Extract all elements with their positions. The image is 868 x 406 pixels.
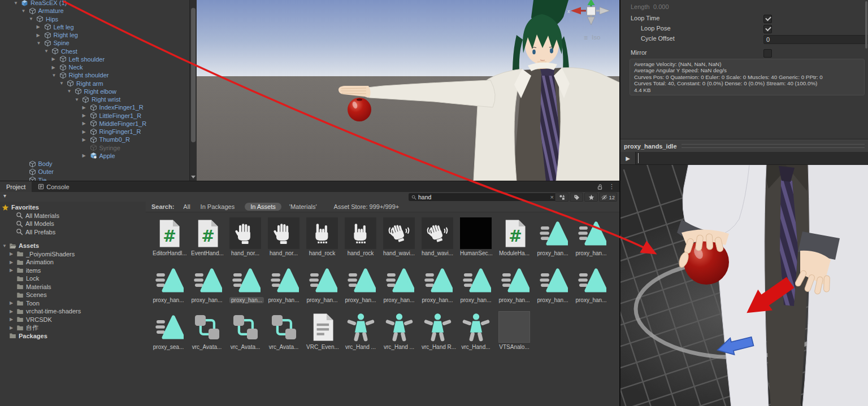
asset-tile[interactable]: hand_wavi... <box>383 217 415 257</box>
mirror-checkbox[interactable] <box>763 49 772 58</box>
hierarchy-item[interactable]: Syringe <box>0 144 197 152</box>
favorites-item[interactable]: All Models <box>0 220 146 228</box>
expand-arrow-icon[interactable] <box>83 105 90 110</box>
asset-tile[interactable]: proxy_han... <box>422 264 453 304</box>
folder-item[interactable]: items <box>0 267 146 275</box>
hierarchy-item[interactable]: Left leg <box>0 23 197 31</box>
expand-arrow-icon[interactable] <box>21 8 29 14</box>
asset-tile[interactable]: vrc_Avata... <box>229 311 261 351</box>
expand-arrow-icon[interactable] <box>75 97 82 102</box>
hierarchy-item[interactable]: Thumb0_R <box>0 136 197 143</box>
expand-arrow-icon[interactable] <box>10 300 16 305</box>
asset-tile[interactable]: proxy_han... <box>153 264 184 304</box>
favorites-root[interactable]: Favorites <box>0 203 146 212</box>
hierarchy-item[interactable]: Body <box>0 160 197 168</box>
expand-arrow-icon[interactable] <box>37 41 44 46</box>
asset-tile[interactable]: vrc_Hand ... <box>345 311 376 351</box>
play-button[interactable]: ▶ <box>620 152 636 164</box>
asset-tile[interactable]: hand_nor... <box>268 217 300 257</box>
asset-tile[interactable]: proxy_han... <box>575 264 607 304</box>
scope-materials[interactable]: 'Materials' <box>289 203 317 210</box>
asset-tile[interactable]: proxy_han... <box>537 217 568 257</box>
hierarchy-item[interactable]: Right shoulder <box>0 71 197 79</box>
scroll-down-arrow-icon[interactable] <box>191 176 196 178</box>
scene-view[interactable]: x ≡ Iso <box>197 0 619 181</box>
save-search-button[interactable] <box>584 193 598 202</box>
expand-arrow-icon[interactable] <box>14 1 21 6</box>
asset-tile[interactable]: proxy_han... <box>268 264 300 304</box>
iso-label[interactable]: Iso <box>592 34 600 41</box>
tab-project[interactable]: Project <box>0 181 32 192</box>
expand-arrow-icon[interactable] <box>59 81 67 86</box>
search-by-type-button[interactable] <box>555 193 568 202</box>
asset-tile[interactable]: hand_wavi... <box>422 217 453 257</box>
expand-arrow-icon[interactable] <box>29 16 36 21</box>
hierarchy-item[interactable]: RingFinger1_R <box>0 128 197 136</box>
asset-tile[interactable]: ModuleHa... <box>498 217 530 257</box>
scene-canvas[interactable]: x ≡ Iso <box>197 0 619 181</box>
folder-item[interactable]: 自作 <box>0 324 146 332</box>
asset-tile[interactable]: vrc_Hand... <box>460 311 492 351</box>
expand-arrow-icon[interactable] <box>83 121 90 126</box>
asset-tile[interactable]: proxy_han... <box>537 264 568 304</box>
preview-canvas[interactable] <box>620 165 868 406</box>
expand-arrow-icon[interactable] <box>83 137 90 142</box>
hierarchy-scrollbar[interactable] <box>189 0 197 181</box>
loop-pose-checkbox[interactable] <box>763 25 772 33</box>
asset-tile[interactable]: proxy_han... <box>575 217 607 257</box>
iso-menu-icon[interactable]: ≡ <box>584 34 588 42</box>
asset-tile[interactable]: proxy_han... <box>460 264 492 304</box>
hierarchy-item[interactable]: Apple <box>0 152 197 160</box>
scope-in-packages[interactable]: In Packages <box>201 203 235 210</box>
asset-tile[interactable]: VRC_Even... <box>306 311 338 351</box>
folder-item[interactable]: Scenes <box>0 291 146 299</box>
hierarchy-item[interactable]: Neck <box>0 63 197 71</box>
hierarchy-item[interactable]: MiddleFinger1_R <box>0 120 197 128</box>
lock-icon[interactable] <box>597 184 603 190</box>
hierarchy-item[interactable]: Hips <box>0 15 197 23</box>
scrollbar-thumb[interactable] <box>191 8 196 142</box>
expand-arrow-icon[interactable] <box>52 65 59 70</box>
asset-tile[interactable]: proxy_han... <box>498 264 530 304</box>
expand-arrow-icon[interactable] <box>37 33 44 38</box>
expand-arrow-icon[interactable] <box>44 49 51 54</box>
folder-item[interactable]: Animation <box>0 258 146 267</box>
hierarchy-item[interactable]: Outer <box>0 168 197 176</box>
hierarchy-item[interactable]: Chest <box>0 47 197 55</box>
expand-arrow-icon[interactable] <box>2 243 9 248</box>
hierarchy-item[interactable]: Right leg <box>0 31 197 39</box>
timeline-playhead[interactable] <box>638 153 639 163</box>
asset-tile[interactable]: HumanSec... <box>460 217 492 257</box>
animation-preview[interactable] <box>620 165 868 406</box>
favorites-item[interactable]: All Prefabs <box>0 228 146 237</box>
hierarchy-item[interactable]: Tie <box>0 176 197 181</box>
expand-arrow-icon[interactable] <box>10 325 16 330</box>
asset-tile[interactable]: vrc_Hand R... <box>422 311 453 351</box>
hierarchy-item[interactable]: LittleFinger1_R <box>0 112 197 120</box>
asset-tile[interactable]: proxy_han... <box>306 264 338 304</box>
expand-arrow-icon[interactable] <box>67 89 75 94</box>
favorites-item[interactable]: All Materials <box>0 212 146 220</box>
search-field[interactable]: × <box>409 193 557 201</box>
hierarchy-item[interactable]: Left shoulder <box>0 55 197 63</box>
create-dropdown-icon[interactable]: ▾ <box>3 193 6 199</box>
folder-item[interactable]: VRCSDK <box>0 316 146 324</box>
expand-arrow-icon[interactable] <box>37 24 44 29</box>
asset-tile[interactable]: hand_nor... <box>229 217 261 257</box>
hidden-count-button[interactable]: 12 <box>599 193 617 202</box>
asset-tile[interactable]: hand_rock <box>306 217 338 257</box>
hierarchy-item[interactable]: Spine <box>0 39 197 47</box>
expand-arrow-icon[interactable] <box>83 153 90 158</box>
expand-arrow-icon[interactable] <box>10 309 16 314</box>
scope-in-assets[interactable]: In Assets <box>245 203 281 211</box>
expand-arrow-icon[interactable] <box>10 251 16 256</box>
asset-tile[interactable]: VTSAnalo... <box>498 311 530 351</box>
asset-tile[interactable]: proxy_han... <box>191 264 223 304</box>
loop-time-checkbox[interactable] <box>763 15 772 23</box>
folder-item[interactable]: Assets <box>0 242 146 250</box>
asset-tile[interactable]: proxy_sea... <box>153 311 184 351</box>
apple-object[interactable] <box>348 98 371 121</box>
expand-arrow-icon[interactable] <box>52 56 59 62</box>
hierarchy-item[interactable]: Armature <box>0 7 197 15</box>
gizmo-center-cube[interactable] <box>587 7 596 15</box>
